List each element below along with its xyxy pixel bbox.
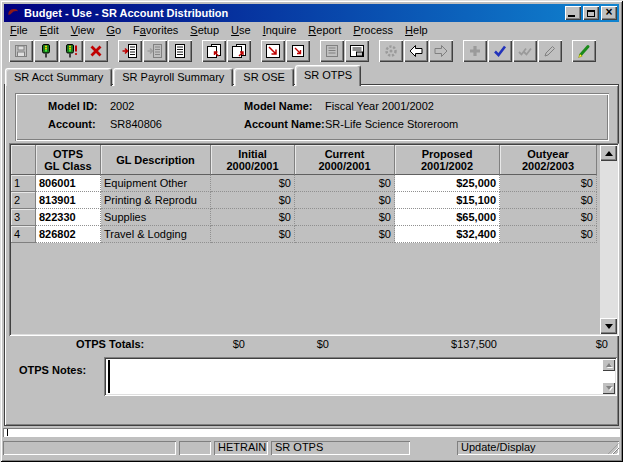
cell-current[interactable]: $0: [295, 192, 395, 209]
menu-go[interactable]: Go: [100, 23, 127, 37]
cell-description[interactable]: Travel & Lodging: [101, 226, 211, 243]
account-name-label: Account Name:: [244, 118, 325, 130]
tab-sr-payroll-summary[interactable]: SR Payroll Summary: [113, 68, 233, 86]
data-grid: OTPSGL ClassGL DescriptionInitial2000/20…: [9, 143, 619, 336]
cell-current[interactable]: $0: [295, 209, 395, 226]
close-icon: ×: [605, 7, 612, 17]
cell-description[interactable]: Equipment Other: [101, 175, 211, 192]
previous-button[interactable]: [404, 40, 428, 62]
notes-scroll-down-button[interactable]: [602, 382, 615, 394]
delete-button[interactable]: [84, 40, 108, 62]
grid-scrollbar[interactable]: [600, 145, 617, 334]
cell-proposed[interactable]: $65,000: [395, 209, 500, 226]
save-button[interactable]: [9, 40, 33, 62]
totals-value-2: $137,500: [397, 338, 497, 350]
copy-forward-icon: [231, 43, 247, 59]
grid-header-col-2: GL Description: [101, 145, 211, 175]
highlight-button[interactable]: [572, 40, 596, 62]
confirm-icon: [492, 43, 508, 59]
cell-description[interactable]: Printing & Reprodu: [101, 192, 211, 209]
add-button[interactable]: [463, 40, 487, 62]
close-button[interactable]: ×: [601, 6, 617, 20]
menu-inquire[interactable]: Inquire: [257, 23, 303, 37]
next-button[interactable]: [429, 40, 453, 62]
minimize-button[interactable]: [565, 6, 581, 20]
detail-list-icon: [324, 43, 340, 59]
cell-description[interactable]: Supplies: [101, 209, 211, 226]
copy-backward-button[interactable]: [202, 40, 226, 62]
cell-initial[interactable]: $0: [211, 175, 295, 192]
notes-input[interactable]: [104, 357, 617, 396]
copy-forward-button[interactable]: [227, 40, 251, 62]
toolbar-separator: [311, 50, 320, 51]
grid-header-col-6: Outyear2002/2003: [500, 145, 597, 175]
tab-sr-ose[interactable]: SR OSE: [234, 68, 294, 86]
menu-view[interactable]: View: [65, 23, 101, 37]
cell-gl-class[interactable]: 806001: [36, 175, 101, 192]
menu-edit[interactable]: Edit: [34, 23, 65, 37]
cell-gl-class[interactable]: 813901: [36, 192, 101, 209]
message-caret: [7, 429, 8, 436]
cell-proposed[interactable]: $32,400: [395, 226, 500, 243]
menu-report[interactable]: Report: [302, 23, 347, 37]
confirm-all-button[interactable]: [513, 40, 537, 62]
grid-header-col-5: Proposed2001/2002: [395, 145, 500, 175]
menu-favorites[interactable]: Favorites: [127, 23, 184, 37]
tab-strip: SR Acct SummarySR Payroll SummarySR OSES…: [4, 64, 619, 85]
tab-sr-otps[interactable]: SR OTPS: [295, 65, 361, 86]
tab-sr-acct-summary[interactable]: SR Acct Summary: [5, 68, 112, 86]
grid-header-col-3: Initial2000/2001: [211, 145, 295, 175]
insert-row-button[interactable]: [118, 40, 142, 62]
maximize-icon: [587, 10, 595, 17]
scroll-track[interactable]: [600, 161, 617, 318]
totals-value-1: $0: [249, 338, 329, 350]
scroll-down-button[interactable]: [600, 318, 617, 334]
menu-help[interactable]: Help: [399, 23, 434, 37]
menu-process[interactable]: Process: [347, 23, 399, 37]
toolbar-separator: [252, 50, 261, 51]
drill-down-button[interactable]: [261, 40, 285, 62]
menu-setup[interactable]: Setup: [184, 23, 225, 37]
insert-row-icon: [122, 43, 138, 59]
drill-down-alt-button[interactable]: [286, 40, 310, 62]
menubar: FileEditViewGoFavoritesSetupUseInquireRe…: [4, 22, 619, 38]
status-screen-panel: SR OTPS: [271, 441, 410, 455]
modify-button[interactable]: [538, 40, 562, 62]
confirm-button[interactable]: [488, 40, 512, 62]
toolbar-separator: [370, 50, 379, 51]
cell-outyear[interactable]: $0: [500, 209, 597, 226]
detail-form-button[interactable]: [345, 40, 369, 62]
cell-initial[interactable]: $0: [211, 226, 295, 243]
cell-outyear[interactable]: $0: [500, 226, 597, 243]
commit-alert-button[interactable]: [59, 40, 83, 62]
notes-scroll-up-icon: [606, 363, 612, 367]
scroll-up-button[interactable]: [600, 145, 617, 161]
cell-gl-class[interactable]: 826802: [36, 226, 101, 243]
cell-current[interactable]: $0: [295, 226, 395, 243]
window-title: Budget - Use - SR Account Distribution: [24, 7, 565, 19]
totals-label: OTPS Totals:: [76, 338, 144, 350]
account-value: SR840806: [110, 118, 162, 130]
cell-initial[interactable]: $0: [211, 192, 295, 209]
message-line[interactable]: [3, 428, 620, 437]
minimize-icon: [568, 15, 575, 17]
account-name-value: SR-Life Science Storeroom: [325, 118, 458, 130]
cell-num: 2: [11, 192, 36, 209]
cell-gl-class[interactable]: 822330: [36, 209, 101, 226]
cell-outyear[interactable]: $0: [500, 175, 597, 192]
cell-outyear[interactable]: $0: [500, 192, 597, 209]
commit-button[interactable]: [34, 40, 58, 62]
cell-proposed[interactable]: $15,100: [395, 192, 500, 209]
menu-use[interactable]: Use: [225, 23, 257, 37]
view-rows-button[interactable]: [168, 40, 192, 62]
maximize-button[interactable]: [583, 6, 599, 20]
detail-list-button[interactable]: [320, 40, 344, 62]
notes-scroll-up-button[interactable]: [602, 359, 615, 371]
cell-current[interactable]: $0: [295, 175, 395, 192]
table-row: 3822330Supplies$0$0$65,000$0: [11, 209, 617, 226]
cell-proposed[interactable]: $25,000: [395, 175, 500, 192]
menu-file[interactable]: File: [4, 23, 34, 37]
insert-row-alt-button[interactable]: [143, 40, 167, 62]
cell-initial[interactable]: $0: [211, 209, 295, 226]
options-button[interactable]: [379, 40, 403, 62]
